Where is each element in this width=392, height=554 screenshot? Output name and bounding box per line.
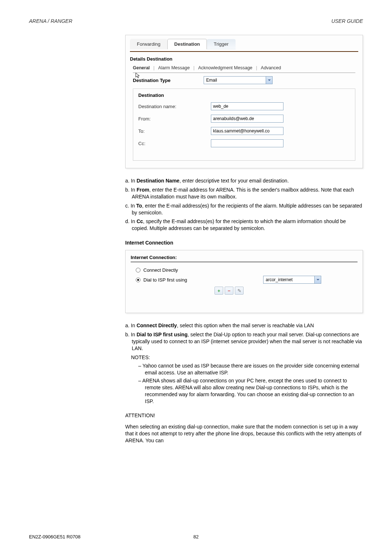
internet-connection-heading: Internet Connection	[125, 240, 363, 246]
remove-icon[interactable]: −	[225, 287, 233, 295]
instr-a: a. In Destination Name, enter descriptiv…	[125, 177, 363, 184]
radio-label-dial: Dial to ISP first using	[143, 277, 187, 283]
instr2-a: a. In Connect Directly, select this opti…	[125, 322, 363, 329]
details-destination-title: Details Destination	[130, 56, 358, 62]
isp-value: arcor_internet	[264, 277, 314, 282]
radio-connect-directly[interactable]: Connect Directly	[136, 267, 358, 273]
from-label: From:	[138, 116, 211, 122]
instruction-list-2: a. In Connect Directly, select this opti…	[125, 322, 363, 444]
internet-connection-title: Internet Connection:	[131, 255, 358, 260]
tab-destination[interactable]: Destination	[167, 39, 207, 49]
tab-forwarding[interactable]: Forwarding	[130, 39, 167, 49]
footer-doc-id: EN2Z-0906GE51 R0708	[29, 534, 81, 539]
subtab-ack-message[interactable]: Acknowledgment Message	[198, 65, 252, 70]
footer-page-number: 82	[193, 534, 199, 539]
radio-dial-isp[interactable]: Dial to ISP first using arcor_internet	[136, 276, 358, 284]
cc-input[interactable]	[211, 139, 283, 147]
header-right: USER GUIDE	[331, 18, 363, 24]
isp-buttons: + − ✎	[215, 287, 358, 295]
attention-label: ATTENTION!	[125, 412, 363, 419]
destination-type-label: Destination Type	[133, 78, 204, 83]
from-input[interactable]	[211, 115, 283, 123]
subtab-separator: |	[154, 65, 155, 70]
to-input[interactable]	[211, 127, 283, 135]
radio-icon	[136, 278, 140, 282]
page-footer: EN2Z-0906GE51 R0708 82	[29, 534, 363, 539]
note-2: – ARENA shows all dial-up connections on…	[138, 377, 363, 405]
attention-text: When selecting an existing dial-up conne…	[125, 423, 363, 444]
subtab-alarm-message[interactable]: Alarm Message	[158, 65, 190, 70]
instr-c: c. In To, enter the E-mail address(es) f…	[125, 202, 363, 216]
cursor-icon	[135, 72, 142, 79]
header-left: ARENA / RANGER	[29, 18, 72, 24]
destination-type-value: Email	[204, 78, 266, 83]
edit-icon[interactable]: ✎	[235, 287, 244, 295]
destination-type-select[interactable]: Email	[204, 76, 273, 84]
to-label: To:	[138, 128, 211, 134]
radio-icon	[136, 268, 140, 272]
isp-select[interactable]: arcor_internet	[263, 276, 321, 284]
instruction-list-1: a. In Destination Name, enter descriptiv…	[125, 177, 363, 232]
page-header: ARENA / RANGER USER GUIDE	[0, 0, 392, 24]
subtab-general[interactable]: General	[133, 65, 150, 70]
subtab-separator: |	[193, 65, 195, 70]
instr2-b: b. In Dial to ISP first using, select th…	[125, 331, 363, 352]
internet-connection-panel: Internet Connection: Connect Directly Di…	[125, 250, 363, 313]
destination-panel: Forwarding Destination Trigger Details D…	[125, 35, 363, 168]
main-tabs: Forwarding Destination Trigger	[130, 39, 358, 49]
cc-label: Cc:	[138, 141, 211, 146]
destination-name-input[interactable]	[211, 102, 283, 110]
destination-inner-title: Destination	[138, 93, 350, 98]
destination-name-label: Destination name:	[138, 104, 211, 109]
note-1: – Yahoo cannot be used as ISP because th…	[138, 362, 363, 376]
instr-b: b. In From, enter the E-mail address for…	[125, 186, 363, 200]
subtabs: General | Alarm Message | Acknowledgment…	[130, 65, 358, 70]
chevron-down-icon[interactable]	[314, 276, 321, 283]
chevron-down-icon[interactable]	[266, 77, 272, 84]
subtab-separator: |	[256, 65, 257, 70]
add-icon[interactable]: +	[215, 287, 223, 295]
radio-label-direct: Connect Directly	[143, 267, 178, 273]
destination-inner-panel: Destination Destination name: From: To: …	[133, 89, 355, 161]
tab-trigger[interactable]: Trigger	[207, 39, 236, 49]
instr-d: d. In Cc, specify the E-mail address(es)…	[125, 218, 363, 232]
notes-label: NOTES:	[131, 354, 363, 361]
subtab-advanced[interactable]: Advanced	[261, 65, 281, 70]
